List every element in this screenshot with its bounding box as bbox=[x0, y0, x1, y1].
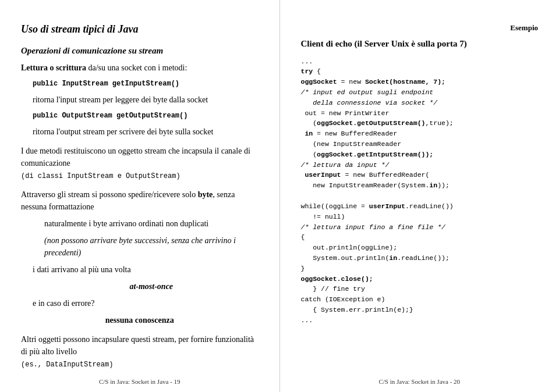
code-dots-bottom: ... bbox=[301, 316, 313, 324]
client-title-prefix: Client di echo bbox=[301, 39, 352, 48]
code-userinput: userInput = new BufferedReader( bbox=[301, 171, 430, 179]
section-due-metodi: I due metodi restituiscono un oggetto st… bbox=[21, 145, 259, 181]
code-try: try { bbox=[301, 67, 321, 75]
para-lettura: Lettura o scrittura da/su una socket con… bbox=[21, 62, 259, 74]
left-page: Uso di stream tipici di Java Operazioni … bbox=[0, 0, 280, 392]
code-out: out = new PrintWriter bbox=[301, 109, 390, 117]
item-errore: e in caso di errore? bbox=[33, 297, 259, 309]
code-sysout: System.out.println(in.readLine()); bbox=[301, 254, 450, 262]
due-metodi-text: I due metodi restituiscono un oggetto st… bbox=[21, 147, 250, 168]
para-attraverso: Attraverso gli stream si possono spedire… bbox=[21, 188, 259, 213]
nessuna-label: nessuna conoscenza bbox=[21, 314, 259, 326]
code-block-right: ... try { oggSocket = new Socket(hostnam… bbox=[301, 56, 539, 326]
page-title-left: Uso di stream tipici di Java bbox=[21, 23, 259, 35]
code-brace-close: } bbox=[301, 265, 305, 272]
code-in3: (oggSocket.getIntputStream()); bbox=[301, 151, 434, 158]
code-getoutputstream: public OutputStream getOutputStream() bbox=[33, 111, 259, 121]
code-comment2: della connessione via socket */ bbox=[301, 99, 438, 106]
lettura-bold: Lettura o scrittura bbox=[21, 63, 86, 72]
code-comment4: /* lettura input fino a fine file */ bbox=[301, 223, 445, 231]
code-out-println: out.println(oggLine); bbox=[301, 244, 398, 251]
item-naturalmente: naturalmente i byte arrivano ordinati no… bbox=[44, 218, 259, 230]
lettura-rest: da/su una socket con i metodi: bbox=[86, 63, 187, 72]
code-catch2: { System.err.println(e);} bbox=[301, 306, 413, 313]
code-brace-open: { bbox=[301, 233, 305, 241]
code-comment3: /* lettura da input */ bbox=[301, 161, 390, 169]
byte-bold: byte bbox=[198, 190, 213, 199]
code-in: in = new BufferedReader bbox=[301, 130, 398, 137]
desc-getinputstream: ritorna l'input stream per leggere dei b… bbox=[33, 94, 259, 106]
code-while2: != null) bbox=[301, 213, 345, 220]
footer-right: C/S in Java: Socket in Java - 20 bbox=[280, 378, 560, 385]
attraverso-prefix: Attraverso gli stream si possono spedire… bbox=[21, 190, 198, 199]
desc-getoutputstream: ritorna l'output stream per scrivere dei… bbox=[33, 126, 259, 138]
section-attraverso: Attraverso gli stream si possono spedire… bbox=[21, 188, 259, 326]
client-title-suffix: (il Server Unix è sulla porta 7) bbox=[352, 39, 467, 48]
section-altri-oggetti: Altri oggetti possono incapsulare questi… bbox=[21, 333, 259, 370]
code-while: while((oggLine = userInput.readLine()) bbox=[301, 202, 454, 210]
code-in2: (new InputStreamReader bbox=[301, 140, 402, 148]
altri-text: Altri oggetti possono incapsulare questi… bbox=[21, 335, 254, 356]
client-title: Client di echo (il Server Unix è sulla p… bbox=[301, 37, 539, 51]
item-dati-arrivano: i dati arrivano al più una volta bbox=[33, 263, 259, 276]
code-comment1: /* input ed output sugli endpoint bbox=[301, 88, 434, 96]
code-fine-try: } // fine try bbox=[301, 285, 365, 293]
code-catch: catch (IOException e) bbox=[301, 295, 385, 303]
due-metodi-code: (di classi InputStream e OutputStream) bbox=[21, 172, 181, 180]
para-due-metodi: I due metodi restituiscono un oggetto st… bbox=[21, 145, 259, 181]
code-dots-top: ... bbox=[301, 58, 313, 65]
code-out2: (oggSocket.getOutputStream(),true); bbox=[301, 119, 454, 127]
code-getinputstream: public InputStream getInputStream() bbox=[33, 79, 259, 89]
right-page: Esempio Client di echo (il Server Unix è… bbox=[280, 0, 560, 392]
example-label: Esempio bbox=[301, 23, 539, 33]
footer-left: C/S in Java: Socket in Java - 19 bbox=[0, 378, 280, 385]
para-altri: Altri oggetti possono incapsulare questi… bbox=[21, 333, 259, 370]
code-close: oggSocket.close(); bbox=[301, 275, 373, 283]
code-oggsocket: oggSocket = new Socket(hostname, 7); bbox=[301, 78, 445, 85]
at-most-once-label: at-most-once bbox=[44, 280, 259, 293]
section-heading-1: Operazioni di comunicazione su stream bbox=[21, 46, 259, 56]
altri-code: (es., DataInputStream) bbox=[21, 361, 113, 369]
section-communication: Operazioni di comunicazione su stream Le… bbox=[21, 46, 259, 138]
code-userinput2: new InputStreamReader(System.in)); bbox=[301, 181, 450, 189]
item-non-possono: (non possono arrivare byte successivi, s… bbox=[44, 234, 259, 259]
